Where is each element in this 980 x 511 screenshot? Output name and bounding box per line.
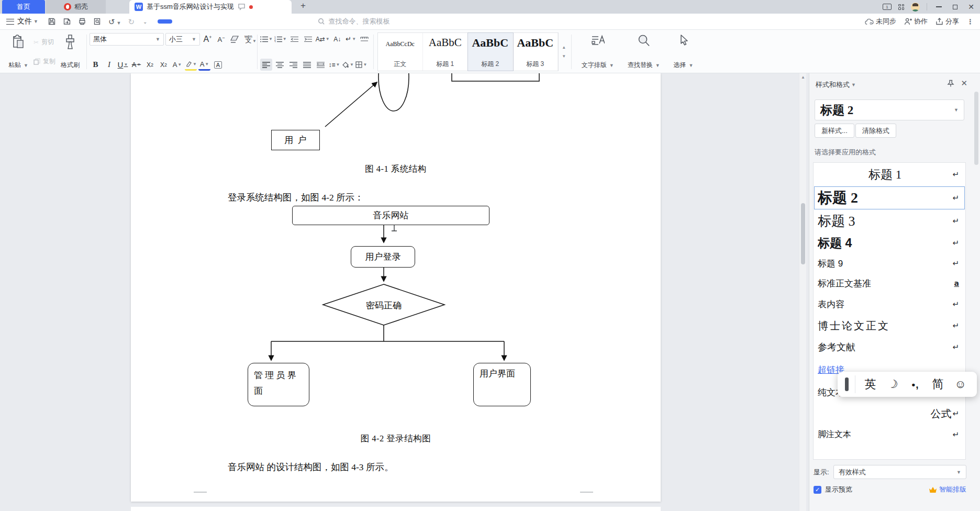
style-gallery-item[interactable]: AaBbC 标题 1 <box>423 33 468 71</box>
new-tab-button[interactable]: + <box>297 1 309 11</box>
app-grid-icon[interactable] <box>898 4 904 10</box>
current-style-combo[interactable]: 标题 2 ▼ <box>815 99 964 120</box>
style-list-item[interactable]: 表内容 ↵ <box>814 294 965 315</box>
sync-status[interactable]: 未同步 <box>865 17 896 26</box>
document-scroll-thumb[interactable] <box>801 203 805 264</box>
style-gallery-item[interactable]: AaBbC 标题 2 <box>468 33 513 71</box>
italic-button[interactable]: I <box>103 59 115 71</box>
bold-button[interactable]: B <box>90 59 102 71</box>
document-scrollbar[interactable]: ▲ <box>799 73 806 511</box>
clear-format-icon[interactable] <box>229 34 241 46</box>
tab-layout-icon[interactable]: 1 <box>883 4 892 10</box>
file-menu-button[interactable]: 文件 ▼ <box>6 17 38 26</box>
menu-tab[interactable] <box>158 19 172 24</box>
shading-button[interactable]: ▼ <box>342 59 354 71</box>
increase-font-icon[interactable]: A+ <box>202 34 214 46</box>
document-page[interactable]: 用 户 图 4-1 系统结构 登录系统结构图，如图 4-2 所示： 音乐网站 用… <box>131 73 661 502</box>
save-icon[interactable] <box>48 17 56 26</box>
text-direction-button[interactable]: A⇄▼ <box>316 33 330 45</box>
show-preview-checkbox[interactable]: ✓ <box>814 486 821 494</box>
cut-button[interactable]: ✂ 剪切 <box>34 38 55 47</box>
style-gallery-item[interactable]: AaBbCcDc 正文 <box>378 33 423 71</box>
print-preview-icon[interactable] <box>93 17 102 26</box>
flowchart-login-box[interactable]: 用户登录 <box>351 246 415 268</box>
pin-icon[interactable] <box>947 80 954 87</box>
text-effects-button[interactable]: A▼ <box>171 59 183 71</box>
show-marks-button[interactable]: ↵▼ <box>345 33 357 45</box>
undo-icon[interactable]: ↺▼ <box>108 18 121 26</box>
output-icon[interactable] <box>63 17 71 26</box>
qat-more-icon[interactable]: ⌄ <box>143 19 147 25</box>
new-style-button[interactable]: 新样式... <box>815 124 854 138</box>
style-list-item[interactable]: 标题 3 ↵ <box>814 210 965 232</box>
restore-button[interactable] <box>950 2 960 12</box>
paste-button[interactable]: 粘贴▼ <box>6 32 30 71</box>
superscript-button[interactable]: X2 <box>144 59 156 71</box>
style-list-item[interactable]: 博士论文正文 ↵ <box>814 315 965 337</box>
menu-tab[interactable] <box>276 19 291 24</box>
phonetic-guide-icon[interactable]: wén文▼ <box>242 34 254 46</box>
close-button[interactable]: ✕ <box>966 2 976 12</box>
redo-icon[interactable]: ↻ <box>128 18 135 26</box>
style-list-item[interactable]: 标题 9 ↵ <box>814 254 965 273</box>
menu-tab[interactable] <box>188 19 203 24</box>
more-menu-icon[interactable]: ⋮ <box>967 18 974 26</box>
line-spacing-button[interactable]: ↕≡▼ <box>328 59 340 71</box>
menu-tab[interactable] <box>261 19 276 24</box>
user-avatar[interactable] <box>911 3 920 12</box>
gallery-scroll-down-icon[interactable]: ▼ <box>562 54 566 59</box>
character-border-button[interactable]: A <box>212 59 224 71</box>
ime-language-button[interactable]: 英 <box>859 379 882 390</box>
copy-button[interactable]: 复制 <box>34 57 55 66</box>
share-button[interactable]: 分享 <box>936 17 959 26</box>
style-list-item[interactable]: 标题 1 ↵ <box>814 163 965 186</box>
flowchart-root-box[interactable]: 音乐网站 <box>292 206 489 225</box>
find-replace-button[interactable]: 查找替换▼ <box>622 32 665 71</box>
tab-home[interactable]: 首页 <box>2 0 45 14</box>
print-icon[interactable] <box>78 17 86 26</box>
format-painter-button[interactable]: 格式刷 <box>59 32 82 71</box>
comment-bubble-icon[interactable] <box>238 3 246 10</box>
menu-tab[interactable] <box>217 19 232 24</box>
menu-tab[interactable] <box>291 19 305 24</box>
flowchart-admin-box[interactable]: 管 理 员 界面 <box>248 363 309 406</box>
font-name-combo[interactable]: 黑体▼ <box>90 33 164 46</box>
menu-tab[interactable] <box>232 19 247 24</box>
gallery-scroll-up-icon[interactable]: ▲ <box>562 45 566 50</box>
font-color-button[interactable]: A▼ <box>198 59 210 71</box>
panel-close-icon[interactable]: ✕ <box>961 79 967 88</box>
style-list-item[interactable]: 标题 4 ↵ <box>814 232 965 254</box>
clear-format-button[interactable]: 清除格式 <box>855 124 896 138</box>
tab-document[interactable]: W 基于ssm音乐网站设计与实现 <box>129 0 292 14</box>
numbered-list-button[interactable]: 123▼ <box>274 33 287 45</box>
subscript-button[interactable]: X2 <box>158 59 170 71</box>
command-search[interactable]: 查找命令、搜索模板 <box>318 17 389 26</box>
distribute-button[interactable] <box>315 59 327 71</box>
borders-button[interactable]: ▼ <box>355 59 368 71</box>
collaborate-button[interactable]: 协作 <box>904 17 928 26</box>
flowchart-user-box[interactable]: 用 户 <box>271 130 320 150</box>
strikethrough-button[interactable]: A▼ <box>130 59 142 71</box>
style-list-item[interactable]: 标准正文基准 a <box>814 273 965 294</box>
sort-button[interactable]: A↓ <box>331 33 343 45</box>
justify-button[interactable] <box>301 59 313 71</box>
style-gallery-item[interactable]: AaBbC 标题 3 <box>513 33 558 71</box>
flowchart-decision-label[interactable]: 密码正确 <box>347 299 420 312</box>
menu-tab[interactable] <box>173 19 188 24</box>
style-list-item[interactable]: 公式 ↵ <box>814 403 965 425</box>
decrease-font-icon[interactable]: A− <box>215 34 227 46</box>
decrease-indent-button[interactable] <box>288 33 300 45</box>
menu-tab[interactable] <box>247 19 261 24</box>
font-size-combo[interactable]: 小三▼ <box>165 33 200 46</box>
text-layout-button[interactable]: 文字排版▼ <box>576 32 619 71</box>
panel-title-menu[interactable]: 样式和格式 ▼ <box>816 80 856 90</box>
flowchart-userui-box[interactable]: 用户界面 <box>473 363 531 406</box>
style-list-item[interactable]: 脚注文本 ↵ <box>814 425 965 445</box>
style-list-item[interactable]: 标题 2 ↵ <box>814 186 965 210</box>
ime-simplified-button[interactable]: 简 <box>927 379 949 390</box>
menu-tab[interactable] <box>203 19 217 24</box>
smart-typeset-button[interactable]: 智能排版 <box>929 485 966 494</box>
select-button[interactable]: 选择▼ <box>669 32 699 71</box>
bullet-list-button[interactable]: ▼ <box>260 33 273 45</box>
align-center-button[interactable] <box>274 59 286 71</box>
